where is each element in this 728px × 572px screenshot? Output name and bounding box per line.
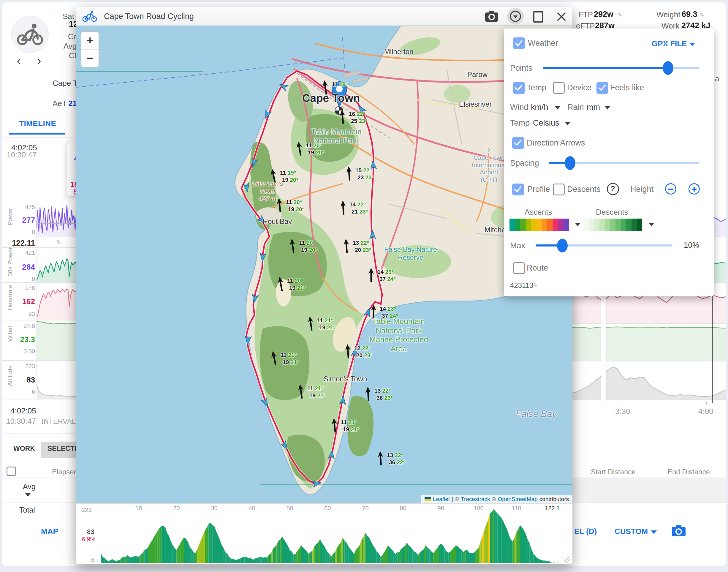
feels-like-checkbox[interactable] xyxy=(596,82,609,94)
rain-unit-select[interactable]: mm xyxy=(587,103,600,112)
custom-dropdown-icon[interactable] xyxy=(651,530,657,534)
rain-unit-caret[interactable] xyxy=(605,106,610,110)
edit-ftp-icon[interactable]: ✎ xyxy=(618,11,623,18)
weather-annotation: 11 19° xyxy=(332,81,348,88)
distance-tick: 5 xyxy=(57,238,60,245)
wbal-chart-right[interactable] xyxy=(572,323,726,361)
ascents-palette-caret[interactable] xyxy=(575,223,580,226)
wind-arrow-icon xyxy=(364,386,373,403)
spacing-slider-knob[interactable] xyxy=(565,156,575,170)
wind-arrow-icon xyxy=(367,267,376,284)
altitude-chart-right[interactable] xyxy=(572,361,726,400)
osm-link[interactable]: OpenStreetMap xyxy=(498,496,538,502)
map-screenshot-icon[interactable] xyxy=(485,10,498,22)
descents-palette[interactable] xyxy=(583,219,642,231)
axis-max: 421 xyxy=(11,249,35,256)
gpx-file-button[interactable]: GPX FILE xyxy=(652,39,695,49)
profile-min-alt: 6 xyxy=(91,557,94,563)
palette-swatch xyxy=(637,219,642,231)
direction-arrows-checkbox[interactable] xyxy=(512,137,524,149)
device-checkbox[interactable] xyxy=(553,82,565,94)
ascents-palette[interactable] xyxy=(509,219,569,231)
profile-checkbox[interactable] xyxy=(512,184,524,196)
p30-sparkline[interactable] xyxy=(36,247,76,282)
edit-weight-icon[interactable]: ✎ xyxy=(700,11,705,18)
column-header-end-distance[interactable]: End Distance xyxy=(667,468,710,476)
avg-dropdown-icon[interactable] xyxy=(25,493,31,497)
map-label-simon-s-town: Simon's Town xyxy=(324,375,367,383)
model-link-fragment[interactable]: EL (D) xyxy=(574,527,597,536)
wind-unit-caret[interactable] xyxy=(555,106,560,110)
height-decrease-button[interactable] xyxy=(665,183,676,195)
zoom-out-button[interactable]: − xyxy=(81,50,98,67)
profile-cursor-alt: 83 xyxy=(87,528,94,536)
route-checkbox[interactable] xyxy=(513,262,525,274)
svg-text:110: 110 xyxy=(511,505,521,511)
avg-row-label[interactable]: Avg xyxy=(23,482,35,491)
edit-route-id-icon[interactable]: ✎ xyxy=(533,282,538,289)
column-header-start-distance[interactable]: Start Distance xyxy=(591,468,636,476)
power-sparkline[interactable] xyxy=(36,202,76,237)
descents-palette-caret[interactable] xyxy=(649,223,654,226)
maximize-icon[interactable] xyxy=(533,11,543,22)
heartrate-sparkline[interactable] xyxy=(36,282,76,320)
elevation-profile-strip[interactable]: 102030405060708090100110122.1 223 83 6.9… xyxy=(76,503,572,564)
height-increase-button[interactable] xyxy=(689,183,700,195)
screenshot-button[interactable] xyxy=(671,524,686,537)
svg-text:40: 40 xyxy=(249,505,255,511)
weather-annotation: 13 22°36 23° xyxy=(375,387,393,402)
svg-text:20: 20 xyxy=(173,505,180,511)
wind-arrow-icon xyxy=(295,141,304,157)
spacing-label: Spacing xyxy=(510,159,539,168)
wbal-sparkline[interactable] xyxy=(36,320,76,360)
points-slider[interactable] xyxy=(543,61,700,74)
weather-annotation: 11 21°19 21° xyxy=(307,385,326,399)
axis-max: 178 xyxy=(11,285,35,291)
profile-checkbox-label: Profile xyxy=(527,185,550,194)
wind-arrow-icon xyxy=(270,350,279,367)
direction-arrows-label: Direction Arrows xyxy=(527,138,585,148)
descents-checkbox[interactable] xyxy=(553,184,565,196)
map-settings-button[interactable] xyxy=(507,8,524,25)
temp-unit-select[interactable]: Celsius xyxy=(533,119,559,128)
max-grade-slider-knob[interactable] xyxy=(557,239,568,253)
weather-checkbox[interactable] xyxy=(513,38,525,49)
altitude-sparkline[interactable] xyxy=(36,360,76,399)
tab-intervals[interactable]: INTERVALS xyxy=(42,417,76,426)
palette-swatch xyxy=(531,219,537,231)
select-all-checkbox[interactable] xyxy=(7,467,16,476)
palette-swatch xyxy=(520,219,525,231)
interval-highlight-band[interactable] xyxy=(601,296,606,405)
custom-link[interactable]: CUSTOM xyxy=(615,527,648,536)
close-icon[interactable] xyxy=(556,11,567,22)
max-grade-slider[interactable] xyxy=(536,239,672,252)
tab-timeline[interactable]: TIMELINE xyxy=(19,119,56,128)
palette-swatch xyxy=(626,219,632,231)
dialog-titlebar[interactable]: Cape Town Road Cycling xyxy=(76,7,572,26)
bicycle-icon xyxy=(82,11,97,22)
tracestrack-link[interactable]: Tracestrack xyxy=(461,496,490,502)
palette-swatch xyxy=(515,219,520,231)
help-icon[interactable]: ? xyxy=(607,183,619,195)
tab-work[interactable]: WORK xyxy=(13,445,35,453)
temp-checkbox[interactable] xyxy=(513,82,525,94)
weight-label: Weight xyxy=(656,10,680,19)
dialog-title: Cape Town Road Cycling xyxy=(104,12,194,21)
prev-activity-button[interactable]: ‹ xyxy=(17,55,21,67)
zoom-in-button[interactable]: + xyxy=(81,32,98,49)
temp-unit-caret[interactable] xyxy=(565,122,570,125)
spacing-slider[interactable] xyxy=(549,156,700,169)
weather-annotation: 15 22°23 23° xyxy=(355,167,374,181)
wind-unit-select[interactable]: km/h xyxy=(531,103,548,112)
weather-annotation: 14 22°21 23° xyxy=(349,201,368,215)
map-link[interactable]: MAP xyxy=(41,527,58,536)
next-activity-button[interactable]: › xyxy=(37,55,41,67)
column-header-elapsed[interactable]: Elapsed xyxy=(52,468,78,476)
avatar[interactable] xyxy=(11,16,49,53)
wind-arrow-icon xyxy=(343,344,352,360)
leaflet-link[interactable]: Leaflet xyxy=(433,496,450,502)
contributors-text: contributors xyxy=(540,496,569,502)
map[interactable]: 11 19° 16 22°25 23° 11 20°19 20° 11 19°1… xyxy=(76,25,572,503)
points-slider-knob[interactable] xyxy=(663,61,673,75)
axis-avg: 277 xyxy=(11,216,35,225)
